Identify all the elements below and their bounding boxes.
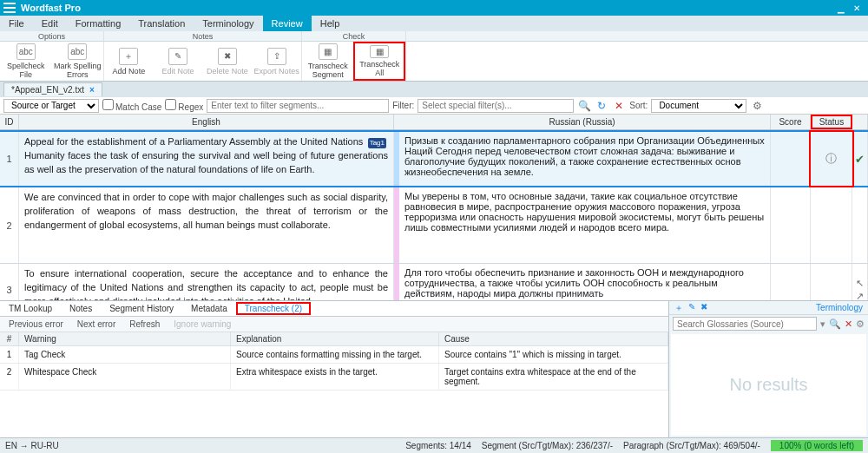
transcheck-panel: TM Lookup Notes Segment History Metadata…: [0, 300, 668, 437]
term-clear-icon[interactable]: ✕: [845, 318, 852, 330]
terminology-header: ＋ ✎ ✖ Terminology: [669, 301, 868, 315]
tab-metadata[interactable]: Metadata: [182, 302, 236, 315]
terminology-panel: ＋ ✎ ✖ Terminology ▾ 🔍 ✕ ⚙ No results: [668, 300, 868, 437]
terminology-search-input[interactable]: [673, 317, 817, 331]
grid-body: 1 Appeal for the establishment of a Parl…: [0, 130, 868, 316]
tab-notes[interactable]: Notes: [61, 302, 101, 315]
dropdown-icon[interactable]: ▾: [820, 318, 825, 330]
tab-transcheck[interactable]: Transcheck (2): [236, 302, 311, 315]
spellcheck-icon: abc: [16, 43, 36, 60]
clear-filter-icon[interactable]: ✕: [612, 99, 626, 113]
term-delete-icon[interactable]: ✖: [700, 302, 707, 314]
ribbon-group-labels: Options Notes Check: [0, 31, 868, 42]
pointer-icon: ↖: [856, 278, 864, 289]
row-id: 2: [0, 187, 19, 263]
menu-translation[interactable]: Translation: [129, 16, 194, 31]
search-icon[interactable]: 🔍: [577, 99, 591, 113]
confirm-cell: ✔: [852, 132, 868, 186]
menu-terminology[interactable]: Terminology: [194, 16, 262, 31]
regex-checkbox[interactable]: [165, 99, 176, 110]
tab-segment-history[interactable]: Segment History: [101, 302, 182, 315]
no-results-label: No results: [729, 375, 807, 395]
terminology-search: ▾ 🔍 ✕ ⚙: [669, 315, 868, 332]
maximize-icon[interactable]: ✕: [849, 3, 865, 13]
transcheck-segment-icon: ▦: [319, 43, 338, 60]
grid-header: ID English Russian (Russia) Score Status: [0, 115, 868, 130]
transcheck-toolbar: Previous error Next error Refresh Ignore…: [0, 317, 668, 332]
mark-spelling-errors-button[interactable]: abcMark Spelling Errors: [52, 42, 104, 81]
col-score: Score: [771, 115, 811, 129]
previous-error-button[interactable]: Previous error: [9, 319, 63, 329]
transcheck-segment-button[interactable]: ▦Transcheck Segment: [302, 42, 353, 81]
status-cell[interactable]: ⓘ: [811, 132, 852, 186]
segment-row[interactable]: 1 Appeal for the establishment of a Parl…: [0, 130, 868, 187]
app-title: Wordfast Pro: [21, 3, 81, 13]
terminology-results: No results: [671, 334, 866, 436]
check-icon: ✔: [855, 153, 865, 166]
term-settings-icon[interactable]: ⚙: [856, 318, 865, 330]
terminology-title: Terminology: [816, 303, 863, 312]
close-document-icon[interactable]: ×: [89, 85, 95, 95]
warn-col-warning: Warning: [19, 332, 231, 346]
document-tab[interactable]: *Appeal_EN_v2.txt ×: [3, 82, 102, 96]
confirm-cell: [852, 187, 868, 263]
col-id: ID: [0, 115, 19, 129]
source-cell[interactable]: We are convinced that in order to cope w…: [19, 187, 394, 263]
tag-chip[interactable]: Tag1: [368, 138, 386, 148]
refresh-filter-icon[interactable]: ↻: [595, 99, 608, 113]
special-filter-input[interactable]: [418, 99, 574, 113]
warning-row[interactable]: 1 Tag Check Source contains formatting m…: [0, 346, 668, 364]
menu-formatting[interactable]: Formatting: [67, 16, 130, 31]
edit-note-icon: ✎: [168, 48, 187, 65]
add-note-icon: ＋: [119, 48, 138, 65]
group-label-check: Check: [302, 31, 406, 41]
settings-icon[interactable]: ⚙: [750, 99, 764, 113]
document-tabs: *Appeal_EN_v2.txt ×: [0, 82, 868, 97]
source-cell[interactable]: Appeal for the establishment of a Parlia…: [19, 132, 394, 186]
minimize-icon[interactable]: ▁: [833, 3, 849, 13]
ignore-warning-button: Ignore warning: [174, 319, 231, 329]
group-label-options: Options: [0, 31, 104, 41]
term-add-icon[interactable]: ＋: [674, 302, 683, 314]
warn-col-cause: Cause: [439, 332, 668, 346]
target-cell[interactable]: Мы уверены в том, что основные задачи, т…: [399, 187, 771, 263]
score-cell: [771, 187, 811, 263]
row-id: 1: [0, 132, 19, 186]
match-case-checkbox[interactable]: [102, 99, 114, 110]
paragraph-chars: Paragraph (Src/Tgt/Max): 469/504/-: [623, 441, 760, 450]
match-case-label[interactable]: Match Case: [102, 99, 161, 112]
info-icon: ⓘ: [825, 151, 837, 167]
mark-spelling-icon: abc: [68, 43, 87, 60]
menu-review[interactable]: Review: [263, 16, 312, 31]
add-note-button[interactable]: ＋Add Note: [104, 42, 154, 81]
tab-tmlookup[interactable]: TM Lookup: [0, 302, 61, 315]
source-target-select[interactable]: Source or Target: [3, 99, 99, 113]
sort-select[interactable]: Document: [651, 99, 746, 113]
term-search-icon[interactable]: 🔍: [829, 318, 841, 330]
delete-note-button: ✖Delete Note: [203, 42, 253, 81]
filter-bar: Source or Target Match Case Regex Filter…: [0, 97, 868, 115]
warning-row[interactable]: 2 Whitespace Check Extra whitespace exis…: [0, 364, 668, 391]
regex-label[interactable]: Regex: [165, 99, 203, 112]
term-edit-icon[interactable]: ✎: [688, 302, 695, 314]
delete-note-icon: ✖: [218, 48, 237, 65]
spellcheck-file-button[interactable]: abcSpellcheck File: [0, 42, 52, 81]
sort-label: Sort:: [629, 101, 648, 110]
export-notes-icon: ⇪: [267, 48, 286, 65]
col-english: English: [19, 115, 394, 129]
target-cell[interactable]: Призыв к созданию парламентарного собран…: [399, 132, 771, 186]
segment-row[interactable]: 2 We are convinced that in order to cope…: [0, 187, 868, 264]
next-error-button[interactable]: Next error: [77, 319, 115, 329]
bottom-panels: TM Lookup Notes Segment History Metadata…: [0, 300, 868, 437]
refresh-button[interactable]: Refresh: [129, 319, 160, 329]
transcheck-all-button[interactable]: ▦Transcheck All: [353, 42, 405, 81]
score-cell: [771, 132, 811, 186]
warn-col-num: #: [0, 332, 19, 346]
menu-help[interactable]: Help: [312, 16, 349, 31]
segment-filter-input[interactable]: [207, 99, 389, 113]
group-label-notes: Notes: [104, 31, 302, 41]
menu-edit[interactable]: Edit: [33, 16, 67, 31]
hamburger-icon[interactable]: [3, 3, 16, 13]
edit-note-button: ✎Edit Note: [154, 42, 203, 81]
menu-file[interactable]: File: [0, 16, 33, 31]
